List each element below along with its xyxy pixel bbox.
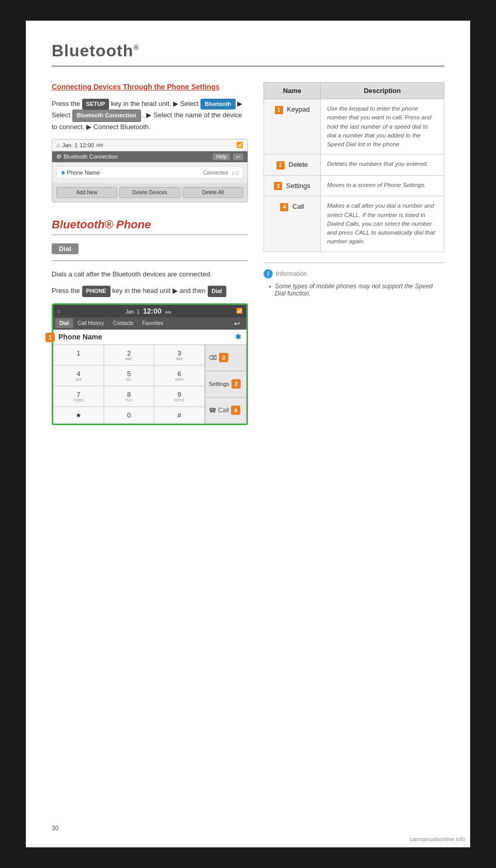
screen-nav-title: ⚙ Bluetooth Connection [56, 153, 118, 160]
keypad-side-buttons: ⌫ 2 Settings 3 ☎ Call 4 [205, 345, 246, 424]
phone-keypad: 1 2ABC 3DEF 4GHI 5JKL 6MNO 7PQRS 8TUV 9W… [53, 345, 246, 424]
phone-tabs: Dial Call History Contacts Favorites ↩ [53, 317, 246, 330]
dial-description: Dials a call after the Bluetooth devices… [52, 269, 248, 280]
press-phone-text: Press the PHONE key in the head unit ▶ a… [52, 286, 248, 297]
add-new-button[interactable]: Add New [56, 187, 117, 198]
table-header-description: Description [321, 83, 444, 99]
page-title-text: Bluetooth [52, 41, 133, 60]
screen-device-info: ✱ Phone Name [61, 169, 100, 176]
right-column: Name Description 1 Keypad Use the keypad… [264, 82, 444, 342]
call-side-button[interactable]: ☎ Call 4 [205, 397, 246, 424]
tab-dial[interactable]: Dial [55, 318, 73, 328]
key-8[interactable]: 8TUV [104, 386, 154, 407]
call-badge: 4 [231, 406, 240, 415]
phone-home-icon: ⌂ [57, 308, 60, 314]
screen-connection-status: Connected ♪ □ [203, 169, 239, 176]
screen-am: AM [96, 143, 103, 148]
divider [52, 235, 248, 235]
info-box-header: i Information [264, 269, 444, 278]
key-star[interactable]: ★ [53, 407, 104, 424]
section-connecting-devices: Connecting Devices Through the Phone Set… [52, 82, 248, 203]
dial-badge: Dial [52, 243, 79, 254]
screen-nav-buttons: Help ↩ [213, 153, 243, 160]
section1-body: Press the SETUP key in the head unit. ▶ … [52, 99, 248, 133]
left-column: Connecting Devices Through the Phone Set… [52, 82, 248, 342]
feature-table: Name Description 1 Keypad Use the keypad… [264, 82, 444, 252]
screen-nav: ⚙ Bluetooth Connection Help ↩ [52, 151, 247, 162]
screen-mockup-bluetooth: ⌂ Jan. 1 12:00 AM 📶 ⚙ Bluetooth Connecti… [52, 139, 248, 203]
key-hash[interactable]: # [154, 407, 205, 424]
screen-signal-icon: 📶 [236, 142, 243, 148]
section1-heading: Connecting Devices Through the Phone Set… [52, 82, 248, 92]
screen-time: 12:00 [80, 142, 94, 148]
phone-signal-icon: 📶 [236, 308, 242, 314]
screen-body: ✱ Phone Name Connected ♪ □ [52, 162, 247, 183]
home-icon: ⌂ [56, 142, 60, 149]
dial-button-inline: Dial [208, 286, 226, 297]
screen-action-buttons: Add New Delete Devices Delete All [52, 183, 247, 202]
key-0[interactable]: 0 [104, 407, 154, 424]
badge-3: 3 [274, 182, 282, 190]
delete-icon: ⌫ [209, 354, 217, 361]
bluetooth-conn-button-inline: Bluetooth Connection [72, 110, 141, 122]
keypad-number-grid: 1 2ABC 3DEF 4GHI 5JKL 6MNO 7PQRS 8TUV 9W… [53, 345, 205, 424]
screen-icons: ♪ □ [231, 170, 239, 176]
key-9[interactable]: 9WXYZ [154, 386, 205, 407]
delete-devices-button[interactable]: Delete Devices [119, 187, 180, 198]
table-cell-keypad-desc: Use the keypad to enter the phone number… [321, 99, 444, 154]
key-6[interactable]: 6MNO [154, 365, 205, 386]
page-header: Bluetooth® [52, 41, 444, 67]
bluetooth-phone-heading: Bluetooth® Phone [52, 218, 248, 231]
bluetooth-small-icon: ✱ [61, 170, 65, 176]
settings-badge: 3 [231, 379, 241, 389]
information-box: i Information Some types of mobile phone… [264, 262, 444, 297]
table-cell-delete-name: 2 Delete [264, 154, 321, 176]
gear-icon: ⚙ [56, 153, 61, 160]
badge-4: 4 [280, 203, 288, 211]
main-content: Connecting Devices Through the Phone Set… [52, 82, 444, 342]
phone-screen-mockup: ⌂ Jan. 1 12:00 AM 📶 Dial Call History Co… [52, 303, 248, 425]
page-title: Bluetooth® [52, 41, 140, 60]
tab-call-history[interactable]: Call History [73, 318, 109, 328]
key-3[interactable]: 3DEF [154, 345, 205, 365]
table-cell-call-desc: Makes a call after you dial a number and… [321, 196, 444, 252]
section-bluetooth-phone: Bluetooth® Phone Dial Dials a call after… [52, 218, 248, 342]
key-7[interactable]: 7PQRS [53, 386, 104, 407]
bluetooth-button-inline: Bluetooth [200, 99, 235, 110]
delete-all-button[interactable]: Delete All [182, 187, 243, 198]
back-button[interactable]: ↩ [233, 153, 243, 160]
table-cell-settings-desc: Moves to a screen of Phone Settings. [321, 175, 444, 196]
help-button[interactable]: Help [213, 153, 230, 160]
tab-contacts[interactable]: Contacts [109, 318, 137, 328]
key-5[interactable]: 5JKL [104, 365, 154, 386]
phone-topbar: ⌂ Jan. 1 12:00 AM 📶 [53, 305, 246, 317]
divider2 [52, 260, 248, 261]
phone-button-inline: PHONE [82, 286, 111, 297]
table-row: 4 Call Makes a call after you dial a num… [264, 196, 444, 252]
screen-device-row: ✱ Phone Name Connected ♪ □ [56, 166, 243, 179]
page-number: 30 [52, 825, 58, 832]
key-2[interactable]: 2ABC [104, 345, 154, 365]
screen-phone-name: Phone Name [67, 169, 100, 176]
trademark-symbol: ® [133, 43, 139, 52]
table-row: 1 Keypad Use the keypad to enter the pho… [264, 99, 444, 154]
delete-side-button[interactable]: ⌫ 2 [205, 345, 246, 371]
table-row: 3 Settings Moves to a screen of Phone Se… [264, 175, 444, 196]
table-cell-settings-name: 3 Settings [264, 175, 321, 196]
info-bullet-1: Some types of mobile phones may not supp… [269, 283, 444, 297]
phone-time-section: Jan. 1 12:00 AM [126, 307, 172, 315]
setup-button-inline: SETUP [82, 99, 110, 110]
screen-topbar: ⌂ Jan. 1 12:00 AM 📶 [52, 140, 247, 151]
tab-favorites[interactable]: Favorites [138, 318, 168, 328]
keypad-area-badge: 1 [45, 333, 55, 342]
key-4[interactable]: 4GHI [53, 365, 104, 386]
screen-time-section: ⌂ Jan. 1 12:00 AM [56, 142, 103, 149]
settings-side-button[interactable]: Settings 3 [205, 371, 246, 397]
tab-back-button[interactable]: ↩ [230, 317, 244, 330]
page: Bluetooth® Connecting Devices Through th… [26, 21, 470, 847]
key-1[interactable]: 1 [53, 345, 104, 365]
table-cell-keypad-name: 1 Keypad [264, 99, 321, 154]
phone-home-section: ⌂ [57, 308, 60, 314]
settings-label: Settings [209, 381, 229, 387]
info-box-title: Information [276, 270, 307, 277]
